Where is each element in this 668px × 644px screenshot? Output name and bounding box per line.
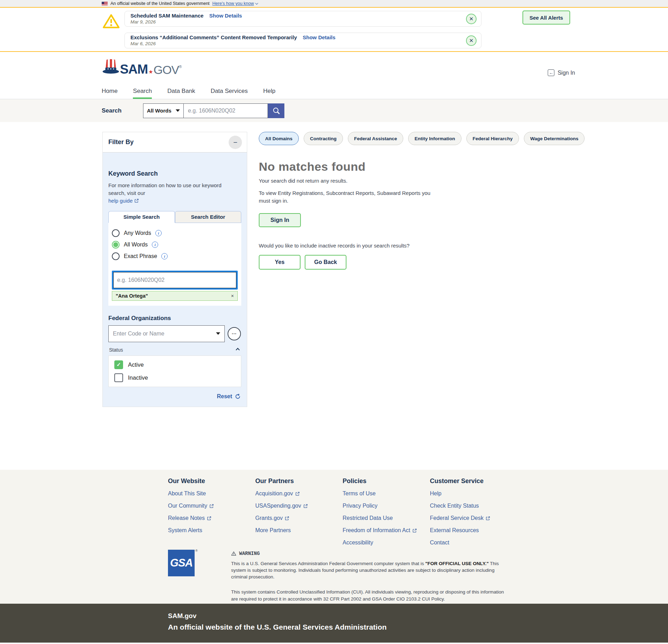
status-inactive-option[interactable]: Inactive [114, 373, 235, 382]
alert-card-maintenance: Scheduled SAM Maintenance Show Details M… [124, 11, 481, 27]
yes-button[interactable]: Yes [259, 255, 301, 270]
radio-circle [112, 229, 120, 237]
warning-block: WARNING This is a U.S. General Services … [231, 551, 512, 602]
nav-item-help[interactable]: Help [263, 88, 275, 99]
radio-exact-phrase[interactable]: Exact Phrase i [112, 252, 238, 260]
nav-item-data-services[interactable]: Data Services [211, 88, 248, 99]
close-icon[interactable]: ✕ [466, 14, 477, 24]
collapse-filters-button[interactable]: − [229, 136, 242, 149]
external-link-icon [285, 516, 289, 521]
show-details-link[interactable]: Show Details [303, 34, 335, 40]
nav-item-data-bank[interactable]: Data Bank [167, 88, 195, 99]
gov-banner: An official website of the United States… [0, 0, 668, 8]
tab-simple-search[interactable]: Simple Search [108, 211, 175, 223]
external-link-icon [207, 516, 211, 521]
external-link-icon [486, 516, 490, 521]
nav-item-home[interactable]: Home [102, 88, 117, 99]
chevron-up-icon[interactable] [236, 348, 239, 352]
footer-col-customer-service: Customer Service Help Check Entity Statu… [430, 477, 535, 552]
results-area: All Domains Contracting Federal Assistan… [259, 132, 553, 270]
external-link-icon [412, 528, 417, 533]
status-options-card: ✓ Active Inactive [108, 355, 241, 387]
footer-link-more-partners[interactable]: More Partners [255, 527, 343, 534]
keyword-search-input[interactable] [113, 272, 236, 288]
info-icon[interactable]: i [152, 242, 158, 248]
how-you-know-link[interactable]: Here's how you know [212, 1, 258, 6]
caret-down-icon [216, 332, 220, 335]
domain-pill-entity-information[interactable]: Entity Information [408, 132, 461, 145]
footer-link-terms-of-use[interactable]: Terms of Use [343, 490, 430, 497]
info-icon[interactable]: i [161, 253, 168, 259]
footer-link-acquisition-gov[interactable]: Acquisition.gov [255, 490, 343, 497]
footer-link-about-this-site[interactable]: About This Site [168, 490, 255, 497]
footer-link-help[interactable]: Help [430, 490, 535, 497]
alert-title: Scheduled SAM Maintenance [130, 13, 203, 19]
search-label: Search [102, 107, 143, 114]
footer-link-system-alerts[interactable]: System Alerts [168, 527, 255, 534]
header-sign-in-link[interactable]: ← Sign In [548, 69, 575, 76]
keyword-search-heading: Keyword Search [108, 170, 241, 177]
info-icon[interactable]: i [155, 230, 162, 236]
domain-pill-federal-hierarchy[interactable]: Federal Hierarchy [466, 132, 519, 145]
footer-link-privacy-policy[interactable]: Privacy Policy [343, 503, 430, 509]
help-guide-link[interactable]: help guide [108, 198, 139, 204]
search-button[interactable] [268, 103, 284, 118]
sam-gov-logo[interactable]: SAM★GOV® [102, 58, 182, 76]
site-footer: Our Website About This Site Our Communit… [0, 470, 668, 604]
sign-in-button[interactable]: Sign In [259, 213, 301, 227]
federal-organizations-heading: Federal Organizations [108, 315, 241, 322]
keyword-tabs: Simple Search Search Editor [108, 211, 241, 223]
see-all-alerts-button[interactable]: See All Alerts [522, 11, 570, 25]
gsa-registered-mark: ® [195, 549, 198, 553]
chip-remove-icon[interactable]: × [231, 293, 234, 299]
close-icon[interactable]: ✕ [466, 35, 477, 46]
org-more-options-button[interactable]: ... [228, 327, 241, 340]
footer-link-restricted-data-use[interactable]: Restricted Data Use [343, 515, 430, 521]
show-details-link[interactable]: Show Details [209, 13, 242, 19]
warning-triangle-icon [102, 13, 120, 30]
us-flag-icon [102, 2, 108, 6]
warning-paragraph-1: This is a U.S. General Services Administ… [231, 560, 512, 580]
footer-link-grants-gov[interactable]: Grants.gov [255, 515, 343, 521]
federal-organizations-select[interactable]: Enter Code or Name [108, 325, 225, 342]
footer-site-name: SAM.gov [168, 612, 668, 620]
footer-official-line: An official website of the U.S. General … [168, 623, 668, 631]
radio-circle-checked [112, 241, 120, 249]
tab-search-editor[interactable]: Search Editor [175, 211, 242, 223]
go-back-button[interactable]: Go Back [305, 255, 346, 270]
logo-gov-text: GOV [154, 64, 179, 76]
no-matches-title: No matches found [259, 160, 553, 174]
external-link-icon [209, 504, 214, 508]
footer-link-contact[interactable]: Contact [430, 540, 535, 546]
filter-by-title: Filter By [108, 138, 134, 146]
main-content: Filter By − Keyword Search For more info… [0, 122, 668, 470]
footer-link-accessibility[interactable]: Accessibility [343, 540, 430, 546]
search-mode-select[interactable]: All Words [143, 103, 184, 118]
radio-all-words[interactable]: All Words i [112, 241, 238, 249]
gov-banner-text: An official website of the United States… [110, 1, 210, 6]
uncle-sam-hat-icon [102, 58, 120, 76]
reset-icon[interactable] [235, 394, 241, 399]
footer-link-check-entity-status[interactable]: Check Entity Status [430, 503, 535, 509]
domain-pill-federal-assistance[interactable]: Federal Assistance [348, 132, 404, 145]
domain-tabs: All Domains Contracting Federal Assistan… [259, 132, 553, 145]
radio-any-words[interactable]: Any Words i [112, 229, 238, 237]
sign-in-note: To view Entity Registrations, Subcontrac… [259, 189, 434, 205]
footer-link-usaspending-gov[interactable]: USASpending.gov [255, 503, 343, 509]
footer-link-federal-service-desk[interactable]: Federal Service Desk [430, 515, 535, 521]
domain-pill-contracting[interactable]: Contracting [304, 132, 343, 145]
global-search-input[interactable] [184, 103, 268, 118]
status-active-option[interactable]: ✓ Active [114, 360, 235, 369]
domain-pill-wage-determinations[interactable]: Wage Determinations [524, 132, 585, 145]
domain-pill-all-domains[interactable]: All Domains [259, 132, 299, 145]
footer-link-external-resources[interactable]: External Resources [430, 527, 535, 534]
footer-link-our-community[interactable]: Our Community [168, 503, 255, 509]
keyword-chip-label: "Ana Ortega" [116, 293, 148, 299]
checkbox-checked-icon: ✓ [114, 360, 123, 369]
include-inactive-question: Would you like to include inactive recor… [259, 243, 553, 249]
nav-item-search[interactable]: Search [133, 88, 152, 99]
keyword-input-focus-ring [112, 271, 238, 290]
reset-filters-link[interactable]: Reset [217, 393, 232, 400]
footer-link-release-notes[interactable]: Release Notes [168, 515, 255, 521]
footer-link-foia[interactable]: Freedom of Information Act [343, 527, 430, 534]
